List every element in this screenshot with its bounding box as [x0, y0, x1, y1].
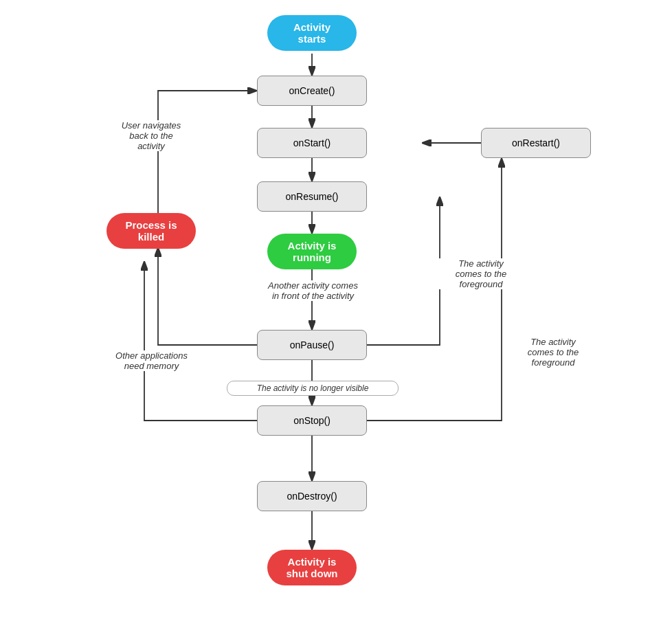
on-resume-node: onResume()	[257, 181, 367, 212]
on-restart-node: onRestart()	[481, 128, 591, 158]
on-restart-label: onRestart()	[512, 137, 560, 148]
on-pause-node: onPause()	[257, 330, 367, 360]
user-navigates-label: User navigates back to the activity	[107, 120, 196, 151]
on-start-label: onStart()	[293, 137, 331, 148]
on-resume-label: onResume()	[285, 191, 338, 202]
process-killed-node: Process is killed	[107, 213, 196, 249]
process-killed-label: Process is killed	[125, 219, 177, 243]
activity-running-label: Activity is running	[288, 240, 337, 263]
activity-starts-node: Activity starts	[267, 15, 357, 51]
activity-shutdown-node: Activity is shut down	[267, 550, 357, 585]
activity-foreground-2-label: The activity comes to the foreground	[508, 337, 598, 368]
activity-running-node: Activity is running	[267, 234, 357, 269]
no-longer-visible-label: The activity is no longer visible	[227, 381, 399, 396]
on-pause-label: onPause()	[290, 339, 335, 350]
on-stop-node: onStop()	[257, 405, 367, 436]
activity-shutdown-label: Activity is shut down	[287, 556, 338, 579]
on-create-node: onCreate()	[257, 76, 367, 106]
on-destroy-label: onDestroy()	[287, 491, 337, 502]
on-stop-label: onStop()	[293, 415, 331, 426]
on-create-label: onCreate()	[289, 85, 335, 96]
activity-foreground-1-label: The activity comes to the foreground	[436, 258, 526, 289]
another-activity-label: Another activity comes in front of the a…	[253, 280, 373, 301]
other-apps-memory-label: Other applications need memory	[102, 350, 201, 371]
activity-starts-label: Activity starts	[293, 21, 331, 45]
on-destroy-node: onDestroy()	[257, 481, 367, 511]
diagram: Activity starts onCreate() onStart() onR…	[0, 0, 672, 626]
on-start-node: onStart()	[257, 128, 367, 158]
